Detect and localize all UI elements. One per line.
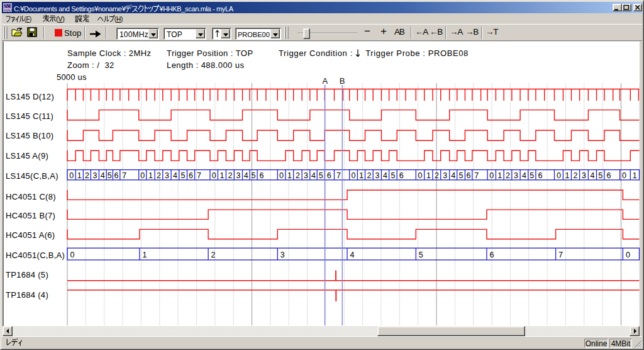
svg-text:1: 1 [633,171,637,180]
svg-text:B: B [340,76,345,86]
svg-text:2: 2 [85,171,89,180]
svg-text:0: 0 [140,171,145,180]
svg-text:6: 6 [114,171,119,180]
svg-text:3: 3 [280,251,285,259]
svg-text:3: 3 [236,171,240,180]
svg-text:4: 4 [101,171,105,180]
svg-text:3: 3 [165,171,169,180]
svg-text:1: 1 [219,171,224,180]
svg-text:1: 1 [359,171,364,180]
svg-text:0: 0 [212,171,216,180]
svg-text:2: 2 [574,171,578,180]
svg-text:5: 5 [598,171,602,180]
svg-text:6: 6 [606,171,611,180]
svg-text:4: 4 [244,171,248,180]
svg-text:1: 1 [565,171,570,180]
svg-text:2: 2 [211,251,216,259]
svg-text:6: 6 [399,171,404,180]
svg-text:7: 7 [474,171,479,180]
svg-text:6: 6 [467,171,471,180]
svg-text:4: 4 [591,171,595,180]
svg-text:5: 5 [391,171,395,180]
svg-text:0: 0 [352,171,356,180]
svg-text:3: 3 [514,171,518,180]
svg-text:6: 6 [189,171,193,180]
svg-text:0: 0 [418,171,423,180]
svg-text:0: 0 [557,171,561,180]
svg-text:5: 5 [319,171,323,180]
svg-text:5: 5 [530,171,534,180]
svg-text:3: 3 [582,171,586,180]
svg-text:5: 5 [108,171,112,180]
svg-text:7: 7 [122,171,126,180]
svg-text:0: 0 [69,171,74,180]
svg-text:1: 1 [497,171,502,180]
svg-text:6: 6 [260,171,264,180]
svg-text:0: 0 [279,171,284,180]
svg-text:2: 2 [296,171,300,180]
svg-text:0: 0 [70,251,75,259]
svg-text:4: 4 [451,171,455,180]
svg-text:5: 5 [459,171,464,180]
svg-text:5: 5 [181,171,186,180]
svg-text:2: 2 [367,171,371,180]
svg-text:6: 6 [538,171,542,180]
svg-text:3: 3 [375,171,379,180]
svg-text:6: 6 [327,171,331,180]
svg-text:4: 4 [522,171,526,180]
svg-text:4: 4 [311,171,316,180]
svg-text:4: 4 [350,251,355,259]
svg-text:1: 1 [77,171,82,180]
svg-text:4: 4 [383,171,387,180]
svg-text:4: 4 [173,171,177,180]
svg-text:6: 6 [489,251,494,259]
svg-text:5: 5 [419,251,423,259]
svg-text:0: 0 [489,171,494,180]
svg-text:5: 5 [252,171,256,180]
svg-text:7: 7 [197,171,201,180]
svg-text:1: 1 [287,171,292,180]
svg-text:2: 2 [228,171,232,180]
svg-text:1: 1 [142,251,147,259]
svg-text:0: 0 [626,251,630,259]
svg-text:3: 3 [92,171,97,180]
svg-text:2: 2 [157,171,161,180]
svg-text:7: 7 [558,251,563,259]
svg-text:3: 3 [304,171,308,180]
svg-text:A: A [323,76,328,86]
svg-text:2: 2 [435,171,439,180]
svg-text:0: 0 [622,171,626,180]
svg-text:1: 1 [148,171,153,180]
svg-text:1: 1 [426,171,431,180]
svg-text:3: 3 [443,171,447,180]
svg-text:7: 7 [336,171,341,180]
svg-text:2: 2 [506,171,510,180]
